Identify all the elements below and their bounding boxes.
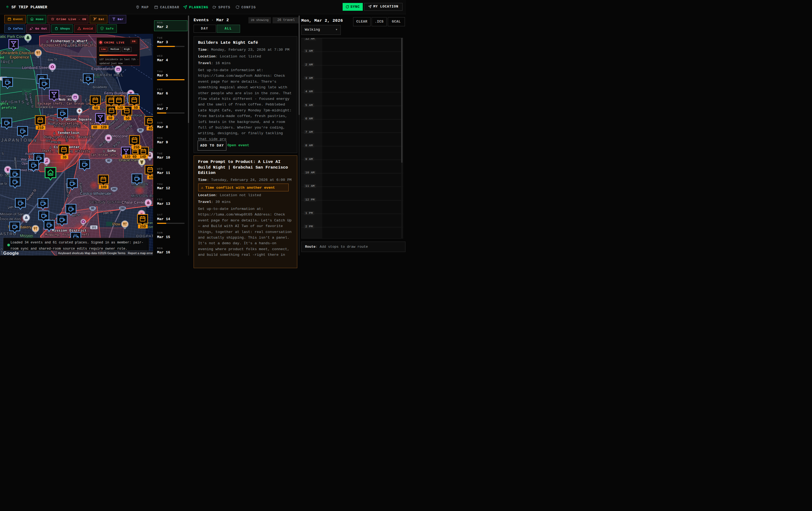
svg-text:MISSION BA: MISSION BA <box>131 194 153 198</box>
svg-text:Chase Center: Chase Center <box>122 200 146 205</box>
svg-text:Bakery: Bakery <box>20 225 32 229</box>
svg-text:4D: 4D <box>148 127 152 131</box>
svg-text:5D: 5D <box>108 117 113 120</box>
svg-text:△ Union Square: △ Union Square <box>61 118 92 122</box>
svg-text:Package theft, Car break-ins: Package theft, Car break-ins <box>37 102 92 106</box>
svg-text:Lombard Street: Lombard Street <box>22 65 49 70</box>
svg-text:21D: 21D <box>37 126 44 130</box>
svg-text:80: 80 <box>91 207 94 210</box>
svg-text:12D: 12D <box>117 106 123 110</box>
svg-text:25D: 25D <box>140 225 146 229</box>
svg-text:ak St: ak St <box>0 182 7 185</box>
svg-text:TRICT: TRICT <box>0 60 14 64</box>
svg-text:12D: 12D <box>101 126 107 129</box>
svg-text:Plow: Plow <box>112 222 121 226</box>
svg-text:△ Tenderloin: △ Tenderloin <box>53 131 79 135</box>
svg-text:Pickpocketing, Car break-ins: Pickpocketing, Car break-ins <box>41 43 95 47</box>
svg-text:atic Park Cove: atic Park Cove <box>0 34 25 39</box>
svg-text:Ghirardelli Chocolate: Ghirardelli Chocolate <box>0 51 36 55</box>
svg-text:6D: 6D <box>149 176 153 180</box>
svg-text:280: 280 <box>112 188 117 190</box>
svg-text:6D: 6D <box>133 155 137 159</box>
svg-text:Mugging, Property theft: Mugging, Property theft <box>45 233 90 237</box>
svg-text:M: M <box>117 68 119 71</box>
svg-text:Experience: Experience <box>10 55 29 59</box>
svg-text:GE: GE <box>149 148 153 151</box>
svg-text:ghts: ghts <box>0 102 8 106</box>
svg-text:M: M <box>74 96 76 99</box>
svg-text:esforce T: esforce T <box>131 113 145 117</box>
svg-text:5D: 5D <box>125 117 130 121</box>
svg-text:DOGPATC: DOGPATC <box>136 234 153 238</box>
svg-text:profile: profile <box>2 106 17 110</box>
svg-text:5D: 5D <box>134 106 138 110</box>
svg-text:Drug trafficking, Assaults: Drug trafficking, Assaults <box>44 135 94 139</box>
svg-text:Mission: Mission <box>20 234 33 238</box>
svg-text:280: 280 <box>120 207 125 210</box>
svg-text:Mission of San: Mission of San <box>0 212 24 216</box>
svg-text:△ SoMa: △ SoMa <box>103 149 116 153</box>
svg-text:Grace Ca: Grace Ca <box>39 105 53 109</box>
svg-text:△ Fisherman's Wharf: △ Fisherman's Wharf <box>46 39 88 43</box>
svg-text:6D: 6D <box>94 106 98 110</box>
svg-text:Costco Wholesale: Costco Wholesale <box>80 191 111 196</box>
svg-text:3D: 3D <box>62 156 66 159</box>
svg-text:25D: 25D <box>134 146 140 149</box>
svg-text:cisco de Asis: cisco de Asis <box>0 217 21 221</box>
svg-text:Ferry Building: Ferry Building <box>104 91 128 95</box>
svg-text:12D: 12D <box>124 155 130 159</box>
svg-text:80: 80 <box>139 129 142 132</box>
svg-text:Exploratorium: Exploratorium <box>91 66 115 71</box>
svg-text:6D: 6D <box>93 126 97 129</box>
svg-text:Moscone: Moscone <box>112 134 128 138</box>
svg-text:14D: 14D <box>140 155 146 159</box>
svg-text:S: S <box>2 152 4 155</box>
svg-text:80: 80 <box>107 159 110 162</box>
svg-text:Broadway: Broadway <box>93 85 107 89</box>
svg-text:101: 101 <box>92 226 96 229</box>
svg-text:ed: ed <box>0 56 4 60</box>
svg-text:JAPANTOWN: JAPANTOWN <box>1 138 37 143</box>
svg-text:10D: 10D <box>101 185 107 189</box>
